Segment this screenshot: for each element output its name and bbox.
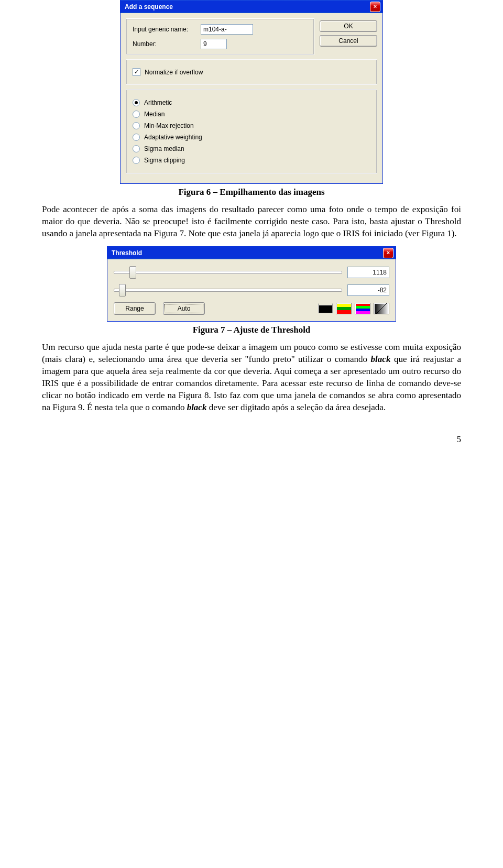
titlebar: Threshold × xyxy=(107,247,396,259)
figure6-caption: Figura 6 – Empilhamento das imagens xyxy=(42,187,461,197)
auto-button[interactable]: Auto xyxy=(163,302,205,315)
page-number: 5 xyxy=(42,434,461,445)
radio-icon xyxy=(133,122,140,129)
radio-label: Sigma clipping xyxy=(144,157,185,164)
dialog-title: Threshold xyxy=(112,249,383,257)
radio-adaptative[interactable]: Adaptative weighting xyxy=(133,134,370,141)
palette-tricolor-icon[interactable] xyxy=(336,303,352,314)
radio-label: Adaptative weighting xyxy=(144,134,202,141)
slider-low[interactable] xyxy=(114,285,342,295)
number-label: Number: xyxy=(133,40,201,48)
black-command-2: black xyxy=(187,402,207,412)
radio-label: Sigma median xyxy=(144,145,184,152)
radio-arithmetic[interactable]: Arithmetic xyxy=(133,99,370,106)
radio-icon xyxy=(133,134,140,141)
value-high[interactable]: 1118 xyxy=(347,267,389,278)
normalize-group: ✓ Normalize if overflow xyxy=(126,59,377,85)
number-input[interactable] xyxy=(201,39,227,49)
range-button[interactable]: Range xyxy=(114,302,156,315)
palette-gradient-icon[interactable] xyxy=(374,303,389,314)
normalize-label: Normalize if overflow xyxy=(145,69,203,76)
radio-icon xyxy=(133,111,140,118)
palette-rainbow-icon[interactable] xyxy=(355,303,370,314)
radio-label: Arithmetic xyxy=(144,99,172,106)
input-generic-name[interactable] xyxy=(201,24,253,35)
paragraph-1: Pode acontecer de após a soma das imagen… xyxy=(42,204,461,240)
close-icon[interactable]: × xyxy=(383,248,393,258)
checkbox-icon: ✓ xyxy=(133,68,140,76)
palette-swatch-group xyxy=(318,303,389,314)
slider-thumb-icon[interactable] xyxy=(119,284,126,296)
radio-minmax[interactable]: Min-Max rejection xyxy=(133,122,370,129)
radio-label: Median xyxy=(144,111,165,118)
radio-sigma-median[interactable]: Sigma median xyxy=(133,145,370,152)
name-number-group: Input generic name: Number: xyxy=(126,18,314,55)
value-low[interactable]: -82 xyxy=(347,284,389,296)
close-icon[interactable]: × xyxy=(370,2,380,12)
radio-icon xyxy=(133,145,140,152)
cancel-button[interactable]: Cancel xyxy=(320,35,377,47)
add-sequence-dialog: Add a sequence × Input generic name: Num… xyxy=(120,0,383,184)
radio-sigma-clipping[interactable]: Sigma clipping xyxy=(133,157,370,164)
radio-median[interactable]: Median xyxy=(133,111,370,118)
threshold-dialog: Threshold × 1118 -82 Range Auto xyxy=(107,246,396,322)
slider-low-row: -82 xyxy=(114,284,389,296)
paragraph-2: Um recurso que ajuda nesta parte é que p… xyxy=(42,342,461,414)
slider-high-row: 1118 xyxy=(114,267,389,278)
method-radio-group: Arithmetic Median Min-Max rejection Adap… xyxy=(126,89,377,174)
slider-thumb-icon[interactable] xyxy=(129,266,136,279)
figure7-caption: Figura 7 – Ajuste de Threshold xyxy=(42,325,461,335)
ok-button[interactable]: OK xyxy=(320,20,377,32)
para2-c: deve ser digitado após a seleção da área… xyxy=(206,402,386,412)
palette-black-icon[interactable] xyxy=(318,303,333,313)
normalize-checkbox-row[interactable]: ✓ Normalize if overflow xyxy=(133,68,370,76)
radio-label: Min-Max rejection xyxy=(144,122,194,129)
titlebar: Add a sequence × xyxy=(121,1,382,13)
black-command-1: black xyxy=(371,354,391,364)
dialog-title: Add a sequence xyxy=(125,3,370,10)
radio-icon xyxy=(133,99,140,106)
input-name-label: Input generic name: xyxy=(133,26,201,33)
slider-high[interactable] xyxy=(114,267,342,278)
radio-icon xyxy=(133,157,140,164)
